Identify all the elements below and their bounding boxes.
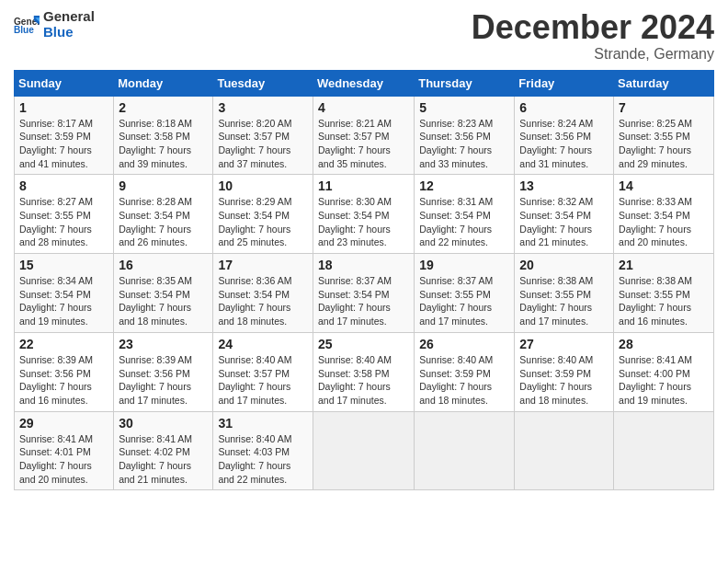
- calendar-cell: 9Sunrise: 8:28 AMSunset: 3:54 PMDaylight…: [114, 175, 213, 254]
- day-info: Sunrise: 8:20 AMSunset: 3:57 PMDaylight:…: [218, 117, 308, 171]
- calendar-week-3: 15Sunrise: 8:34 AMSunset: 3:54 PMDayligh…: [15, 254, 714, 333]
- day-number: 1: [19, 100, 108, 115]
- day-number: 24: [218, 337, 308, 351]
- header: General Blue General Blue December 2024 …: [14, 9, 714, 63]
- day-number: 5: [419, 100, 509, 115]
- calendar-cell: 15Sunrise: 8:34 AMSunset: 3:54 PMDayligh…: [15, 254, 114, 333]
- calendar-table: SundayMondayTuesdayWednesdayThursdayFrid…: [14, 70, 714, 491]
- day-info: Sunrise: 8:41 AMSunset: 4:00 PMDaylight:…: [619, 353, 709, 408]
- weekday-header-tuesday: Tuesday: [213, 70, 313, 96]
- day-number: 30: [119, 416, 208, 431]
- logo-icon: General Blue: [14, 12, 40, 38]
- day-info: Sunrise: 8:18 AMSunset: 3:58 PMDaylight:…: [119, 117, 208, 171]
- day-info: Sunrise: 8:17 AMSunset: 3:59 PMDaylight:…: [19, 117, 108, 171]
- calendar-cell: 24Sunrise: 8:40 AMSunset: 3:57 PMDayligh…: [213, 332, 313, 411]
- day-info: Sunrise: 8:40 AMSunset: 4:03 PMDaylight:…: [218, 432, 308, 487]
- day-info: Sunrise: 8:38 AMSunset: 3:55 PMDaylight:…: [519, 274, 609, 328]
- calendar-cell: 21Sunrise: 8:38 AMSunset: 3:55 PMDayligh…: [614, 254, 714, 333]
- day-number: 3: [218, 100, 308, 115]
- calendar-cell: 25Sunrise: 8:40 AMSunset: 3:58 PMDayligh…: [313, 332, 414, 411]
- calendar-cell: 22Sunrise: 8:39 AMSunset: 3:56 PMDayligh…: [15, 332, 114, 411]
- logo-line1: General: [43, 9, 95, 25]
- calendar-cell: 5Sunrise: 8:23 AMSunset: 3:56 PMDaylight…: [415, 96, 515, 175]
- weekday-header-sunday: Sunday: [15, 70, 114, 96]
- calendar-cell: 29Sunrise: 8:41 AMSunset: 4:01 PMDayligh…: [15, 411, 114, 490]
- day-info: Sunrise: 8:37 AMSunset: 3:54 PMDaylight:…: [318, 274, 409, 328]
- calendar-cell: 10Sunrise: 8:29 AMSunset: 3:54 PMDayligh…: [213, 175, 313, 254]
- calendar-cell: 27Sunrise: 8:40 AMSunset: 3:59 PMDayligh…: [515, 332, 614, 411]
- logo: General Blue General Blue: [14, 9, 95, 40]
- day-info: Sunrise: 8:40 AMSunset: 3:57 PMDaylight:…: [218, 353, 308, 408]
- day-number: 10: [218, 178, 308, 193]
- day-info: Sunrise: 8:40 AMSunset: 3:59 PMDaylight:…: [419, 353, 509, 408]
- day-info: Sunrise: 8:38 AMSunset: 3:55 PMDaylight:…: [619, 274, 709, 328]
- calendar-week-4: 22Sunrise: 8:39 AMSunset: 3:56 PMDayligh…: [15, 332, 714, 411]
- day-info: Sunrise: 8:21 AMSunset: 3:57 PMDaylight:…: [318, 117, 409, 171]
- day-number: 8: [19, 178, 108, 193]
- calendar-cell: 30Sunrise: 8:41 AMSunset: 4:02 PMDayligh…: [114, 411, 213, 490]
- calendar-cell: [515, 411, 614, 490]
- day-number: 25: [318, 337, 409, 351]
- day-info: Sunrise: 8:28 AMSunset: 3:54 PMDaylight:…: [119, 195, 208, 249]
- calendar-cell: 3Sunrise: 8:20 AMSunset: 3:57 PMDaylight…: [213, 96, 313, 175]
- calendar-cell: 11Sunrise: 8:30 AMSunset: 3:54 PMDayligh…: [313, 175, 414, 254]
- logo-line2: Blue: [43, 25, 95, 40]
- day-info: Sunrise: 8:25 AMSunset: 3:55 PMDaylight:…: [619, 117, 709, 171]
- day-number: 29: [19, 416, 108, 431]
- day-info: Sunrise: 8:33 AMSunset: 3:54 PMDaylight:…: [619, 195, 709, 249]
- day-number: 20: [519, 258, 609, 272]
- day-info: Sunrise: 8:39 AMSunset: 3:56 PMDaylight:…: [19, 353, 108, 408]
- calendar-cell: 23Sunrise: 8:39 AMSunset: 3:56 PMDayligh…: [114, 332, 213, 411]
- day-number: 19: [419, 258, 509, 272]
- calendar-subtitle: Strande, Germany: [472, 46, 714, 63]
- day-number: 22: [19, 337, 108, 351]
- calendar-cell: 14Sunrise: 8:33 AMSunset: 3:54 PMDayligh…: [614, 175, 714, 254]
- calendar-cell: 16Sunrise: 8:35 AMSunset: 3:54 PMDayligh…: [114, 254, 213, 333]
- calendar-cell: 7Sunrise: 8:25 AMSunset: 3:55 PMDaylight…: [614, 96, 714, 175]
- calendar-week-5: 29Sunrise: 8:41 AMSunset: 4:01 PMDayligh…: [15, 411, 714, 490]
- day-number: 23: [119, 337, 208, 351]
- day-number: 6: [519, 100, 609, 115]
- day-number: 21: [619, 258, 709, 272]
- day-number: 16: [119, 258, 208, 272]
- day-info: Sunrise: 8:31 AMSunset: 3:54 PMDaylight:…: [419, 195, 509, 249]
- day-number: 7: [619, 100, 709, 115]
- day-number: 11: [318, 178, 409, 193]
- day-info: Sunrise: 8:41 AMSunset: 4:02 PMDaylight:…: [119, 432, 208, 487]
- calendar-cell: 17Sunrise: 8:36 AMSunset: 3:54 PMDayligh…: [213, 254, 313, 333]
- calendar-cell: [415, 411, 515, 490]
- calendar-cell: 6Sunrise: 8:24 AMSunset: 3:56 PMDaylight…: [515, 96, 614, 175]
- calendar-cell: 12Sunrise: 8:31 AMSunset: 3:54 PMDayligh…: [415, 175, 515, 254]
- day-info: Sunrise: 8:35 AMSunset: 3:54 PMDaylight:…: [119, 274, 208, 328]
- calendar-week-2: 8Sunrise: 8:27 AMSunset: 3:55 PMDaylight…: [15, 175, 714, 254]
- calendar-cell: 19Sunrise: 8:37 AMSunset: 3:55 PMDayligh…: [415, 254, 515, 333]
- day-info: Sunrise: 8:37 AMSunset: 3:55 PMDaylight:…: [419, 274, 509, 328]
- day-info: Sunrise: 8:29 AMSunset: 3:54 PMDaylight:…: [218, 195, 308, 249]
- calendar-cell: 20Sunrise: 8:38 AMSunset: 3:55 PMDayligh…: [515, 254, 614, 333]
- day-info: Sunrise: 8:27 AMSunset: 3:55 PMDaylight:…: [19, 195, 108, 249]
- day-number: 15: [19, 258, 108, 272]
- day-info: Sunrise: 8:30 AMSunset: 3:54 PMDaylight:…: [318, 195, 409, 249]
- day-number: 18: [318, 258, 409, 272]
- calendar-week-1: 1Sunrise: 8:17 AMSunset: 3:59 PMDaylight…: [15, 96, 714, 175]
- day-number: 13: [519, 178, 609, 193]
- calendar-cell: 4Sunrise: 8:21 AMSunset: 3:57 PMDaylight…: [313, 96, 414, 175]
- weekday-header-thursday: Thursday: [415, 70, 515, 96]
- svg-text:Blue: Blue: [14, 25, 34, 35]
- calendar-cell: 2Sunrise: 8:18 AMSunset: 3:58 PMDaylight…: [114, 96, 213, 175]
- day-number: 31: [218, 416, 308, 431]
- calendar-cell: 1Sunrise: 8:17 AMSunset: 3:59 PMDaylight…: [15, 96, 114, 175]
- day-number: 9: [119, 178, 208, 193]
- calendar-cell: 28Sunrise: 8:41 AMSunset: 4:00 PMDayligh…: [614, 332, 714, 411]
- day-info: Sunrise: 8:41 AMSunset: 4:01 PMDaylight:…: [19, 432, 108, 487]
- day-number: 14: [619, 178, 709, 193]
- day-info: Sunrise: 8:32 AMSunset: 3:54 PMDaylight:…: [519, 195, 609, 249]
- day-info: Sunrise: 8:34 AMSunset: 3:54 PMDaylight:…: [19, 274, 108, 328]
- weekday-header-saturday: Saturday: [614, 70, 714, 96]
- weekday-header-wednesday: Wednesday: [313, 70, 414, 96]
- calendar-cell: 26Sunrise: 8:40 AMSunset: 3:59 PMDayligh…: [415, 332, 515, 411]
- day-info: Sunrise: 8:40 AMSunset: 3:58 PMDaylight:…: [318, 353, 409, 408]
- calendar-cell: 31Sunrise: 8:40 AMSunset: 4:03 PMDayligh…: [213, 411, 313, 490]
- weekday-header-monday: Monday: [114, 70, 213, 96]
- day-number: 2: [119, 100, 208, 115]
